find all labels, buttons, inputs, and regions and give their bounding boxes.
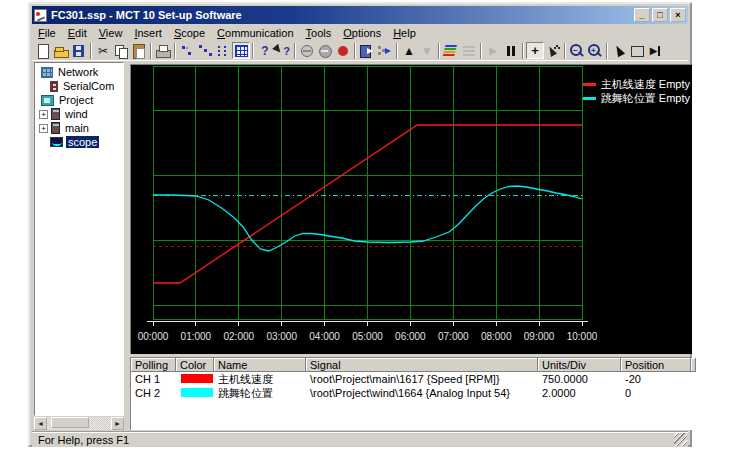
scope-plot[interactable]: 00:00001:00002:00003:00004:00005:00006:0… — [130, 64, 692, 354]
cell-name: 主机线速度 — [214, 372, 306, 386]
tree-item-label: wind — [63, 108, 90, 120]
tree-item-wind[interactable]: +wind — [35, 107, 123, 121]
print-button[interactable] — [154, 42, 172, 59]
menu-communication[interactable]: Communication — [211, 25, 299, 41]
menu-insert[interactable]: Insert — [128, 25, 168, 41]
move-down-button[interactable]: ▼ — [418, 42, 436, 59]
tree-item-label: Project — [57, 94, 95, 106]
tree-item-serialcom[interactable]: SerialCom — [35, 79, 123, 93]
toolbar-separator — [354, 43, 356, 59]
parameter-list-button[interactable] — [214, 42, 232, 59]
help-button[interactable]: ? — [256, 42, 274, 59]
x-tick-label: 09:000 — [524, 331, 555, 342]
channel-table: PollingColorNameSignalUnits/DivPositionC… — [130, 357, 692, 430]
x-tick-label: 00:000 — [138, 331, 169, 342]
pointer-button[interactable] — [610, 42, 628, 59]
parameter-compare-icon — [197, 44, 213, 58]
print-icon — [155, 44, 171, 58]
read-from-drive-button[interactable] — [358, 42, 376, 59]
column-header-unitsdiv[interactable]: Units/Div — [538, 358, 621, 372]
column-header-polling[interactable]: Polling — [131, 358, 176, 372]
open-icon — [53, 44, 69, 58]
pointer-icon — [611, 44, 627, 58]
rectangle-select-button[interactable] — [628, 42, 646, 59]
column-header-signal[interactable]: Signal — [306, 358, 538, 372]
tree-item-main[interactable]: +main — [35, 121, 123, 135]
expand-box[interactable]: + — [39, 124, 48, 133]
rectangle-select-icon — [629, 44, 645, 58]
menu-bar: FileEditViewInsertScopeCommunicationTool… — [32, 24, 688, 41]
cell-signal: \root\Project\main\1617 {Speed [RPM]} — [306, 372, 538, 386]
pause-polling-button[interactable] — [502, 42, 520, 59]
x-tick-label: 01:000 — [181, 331, 212, 342]
column-header-color[interactable]: Color — [176, 358, 214, 372]
context-help-button[interactable]: ? — [274, 42, 292, 59]
scope-channels-button[interactable] — [442, 42, 460, 59]
table-row[interactable]: CH 1主机线速度\root\Project\main\1617 {Speed … — [131, 372, 692, 386]
tree-item-project[interactable]: Project — [35, 93, 123, 107]
parameter-grid-button[interactable] — [232, 42, 250, 59]
menu-edit[interactable]: Edit — [62, 25, 93, 41]
save-button[interactable] — [70, 42, 88, 59]
pause-polling-icon — [503, 44, 519, 58]
context-help-icon: ? — [275, 44, 291, 58]
new-button[interactable] — [34, 42, 52, 59]
maximize-button[interactable]: □ — [652, 8, 668, 22]
x-tick-label: 04:000 — [309, 331, 340, 342]
menu-help[interactable]: Help — [387, 25, 422, 41]
close-button[interactable]: × — [670, 8, 686, 22]
app-icon — [34, 9, 47, 22]
move-up-button[interactable]: ▲ — [400, 42, 418, 59]
resize-grip[interactable] — [674, 433, 687, 446]
read-from-drive-icon — [359, 44, 375, 58]
crosshair-cursor-button[interactable]: + — [526, 42, 544, 59]
legend-entry: 跳舞轮位置 Empty — [583, 91, 690, 105]
write-to-drive-button[interactable] — [376, 42, 394, 59]
scroll-right-button[interactable]: ► — [111, 417, 124, 430]
tree-item-label: Network — [56, 66, 100, 78]
tree-horizontal-scrollbar[interactable]: ◄ ► — [34, 417, 124, 430]
record-button[interactable] — [334, 42, 352, 59]
toolbar-separator — [294, 43, 296, 59]
open-button[interactable] — [52, 42, 70, 59]
menu-options[interactable]: Options — [337, 25, 387, 41]
stop-polling-button[interactable] — [316, 42, 334, 59]
scrollbar-track[interactable] — [47, 417, 111, 430]
record-icon — [335, 44, 351, 58]
start-polling-button[interactable]: ▶ — [484, 42, 502, 59]
menu-view[interactable]: View — [93, 25, 129, 41]
table-row[interactable]: CH 2跳舞轮位置\root\Project\wind\1664 {Analog… — [131, 386, 692, 400]
parameter-compare-button[interactable] — [196, 42, 214, 59]
scope-canvas[interactable] — [131, 65, 693, 355]
title-bar[interactable]: FC301.ssp - MCT 10 Set-up Software _□× — [32, 6, 688, 24]
cell-polling: CH 1 — [131, 372, 176, 386]
tree-item-scope[interactable]: scope — [35, 135, 123, 149]
tree-item-network[interactable]: Network — [35, 65, 123, 79]
cell-color — [176, 372, 214, 386]
minimize-button[interactable]: _ — [634, 8, 650, 22]
zoom-in-button[interactable]: + — [586, 42, 604, 59]
menu-scope[interactable]: Scope — [168, 25, 211, 41]
copy-button[interactable] — [112, 42, 130, 59]
menu-tools[interactable]: Tools — [300, 25, 338, 41]
zoom-out-button[interactable]: − — [568, 42, 586, 59]
menu-file[interactable]: File — [32, 25, 62, 41]
step-right-button[interactable]: ▶ — [646, 42, 664, 59]
scrollbar-thumb[interactable] — [51, 417, 89, 428]
cell-polling: CH 2 — [131, 386, 176, 400]
legend-label: 主机线速度 Empty — [601, 77, 690, 92]
tracking-button[interactable] — [460, 42, 478, 59]
paste-button[interactable] — [130, 42, 148, 59]
window-title: FC301.ssp - MCT 10 Set-up Software — [51, 9, 632, 21]
scroll-left-button[interactable]: ◄ — [34, 417, 47, 430]
column-header-position[interactable]: Position — [621, 358, 691, 372]
parameter-values-button[interactable] — [178, 42, 196, 59]
expand-box[interactable]: + — [39, 110, 48, 119]
cut-button[interactable]: ✂ — [94, 42, 112, 59]
connect-button[interactable] — [298, 42, 316, 59]
toolbar-separator — [480, 43, 482, 59]
client-area: NetworkSerialComProject+wind+mainscope ◄… — [32, 61, 688, 430]
column-header-name[interactable]: Name — [214, 358, 306, 372]
stop-polling-icon — [317, 44, 333, 58]
cursor-tool-button[interactable] — [544, 42, 562, 59]
